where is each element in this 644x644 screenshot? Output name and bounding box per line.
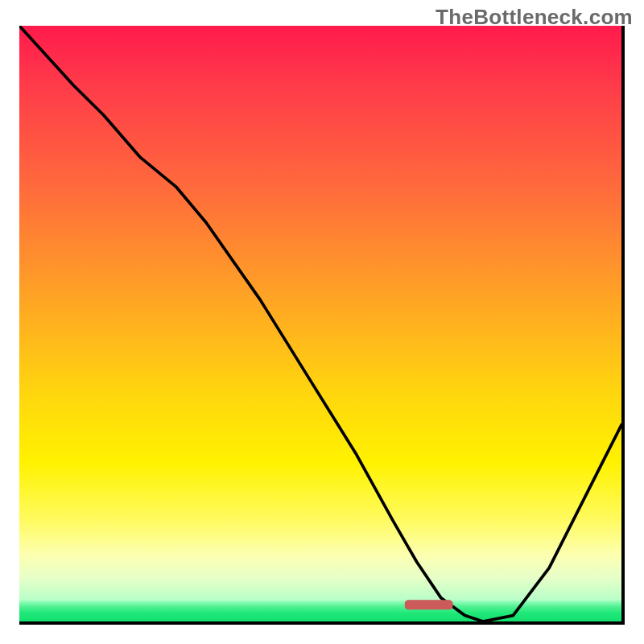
plot-area	[19, 26, 621, 621]
chart-axes-frame	[19, 26, 625, 625]
optimal-zone-strip	[19, 601, 621, 621]
chart-container: TheBottleneck.com	[0, 0, 644, 644]
heat-gradient-background	[19, 26, 621, 601]
